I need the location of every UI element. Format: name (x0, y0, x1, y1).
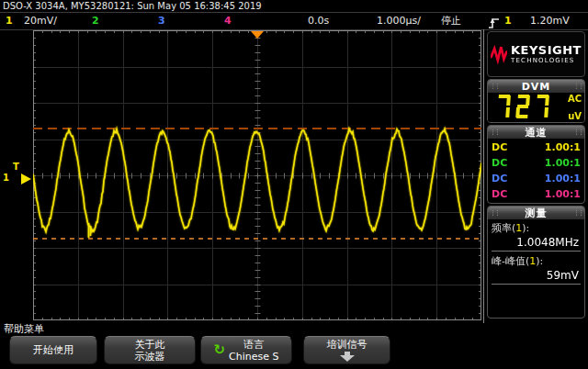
grip-icon: ⋮⋮ (490, 84, 499, 90)
measurement-value: 1.0048MHz (492, 235, 581, 252)
menu-title: 帮助菜单 (4, 322, 44, 336)
probe-ratio: 1.00:1 (545, 140, 581, 155)
time-offset: 0.0s (308, 13, 329, 29)
brand-sub: TECHNOLOGIES (511, 57, 582, 64)
measurement-label: 峰-峰值(1): (492, 254, 581, 268)
channel-1-ground-marker[interactable] (21, 173, 31, 184)
channel-1-indicator[interactable]: 1 (6, 13, 13, 29)
acquisition-status: 停止 (441, 13, 461, 29)
coupling-label: DC (492, 186, 507, 202)
channels-panel[interactable]: ⋮⋮ 通道 ⋮⋮ DC 1.00:1 DC 1.00:1 DC 1.00:1 D… (487, 125, 585, 204)
channels-panel-header[interactable]: ⋮⋮ 通道 ⋮⋮ (488, 126, 584, 139)
language-button[interactable]: ↻ 语言Chinese S (200, 336, 292, 364)
trigger-level[interactable]: 1.20mV (530, 13, 570, 29)
scope-trace-canvas (33, 30, 481, 320)
trigger-source: 1 (504, 13, 512, 29)
cycle-arrow-icon: ↻ (213, 344, 225, 356)
measurement-list: 频率(1): 1.0048MHz 峰-峰值(1): 59mV (488, 219, 584, 318)
probe-ratio: 1.00:1 (545, 171, 581, 186)
coupling-label: DC (492, 155, 507, 171)
timebase[interactable]: 1.000µs/ (377, 13, 421, 29)
channel-row[interactable]: DC 1.00:1 (492, 186, 581, 202)
channel-row[interactable]: DC 1.00:1 (492, 140, 581, 155)
grip-icon: ⋮⋮ (573, 129, 582, 136)
trigger-position-marker[interactable] (251, 31, 264, 39)
dvm-panel[interactable]: ⋮⋮ DVM ⋮⋮ AC uV (487, 79, 585, 123)
grip-icon: ⋮⋮ (490, 210, 499, 217)
measure-panel-title: 测量 (499, 207, 573, 220)
dvm-unit: uV (568, 111, 582, 121)
channel-3-indicator[interactable]: 3 (158, 13, 165, 29)
dvm-seven-segment-display (496, 95, 555, 120)
waveform-display[interactable] (33, 30, 481, 320)
measurement-label: 频率(1): (492, 221, 581, 235)
channel-1-ground-label: 1 (3, 173, 9, 183)
status-bar: 1 20mV/ 2 3 4 0.0s 1.000µs/ 停止 1 1.20mV (0, 13, 588, 30)
channels-panel-title: 通道 (499, 126, 573, 140)
keysight-spark-icon (491, 39, 507, 70)
dvm-panel-title: DVM (499, 81, 573, 93)
channel-2-indicator[interactable]: 2 (92, 13, 99, 29)
channel-4-indicator[interactable]: 4 (224, 13, 232, 29)
brand-logo: KEYSIGHT TECHNOLOGIES (487, 31, 585, 77)
trigger-level-marker[interactable]: T (13, 162, 19, 172)
about-oscilloscope-button[interactable]: 关于此示波器 (104, 336, 196, 364)
grip-icon: ⋮⋮ (573, 84, 582, 90)
coupling-label: DC (492, 140, 507, 155)
brand-name: KEYSIGHT (511, 44, 582, 57)
title-bar: DSO-X 3034A, MY53280121: Sun May 05 16:3… (0, 0, 588, 13)
channel-rows: DC 1.00:1 DC 1.00:1 DC 1.00:1 DC 1.00:1 (488, 139, 584, 203)
measurement-value: 59mV (492, 268, 581, 285)
measure-panel-header[interactable]: ⋮⋮ 测量 ⋮⋮ (488, 207, 584, 219)
probe-ratio: 1.00:1 (545, 155, 581, 171)
dvm-panel-header[interactable]: ⋮⋮ DVM ⋮⋮ (488, 80, 584, 93)
channel-1-scale[interactable]: 20mV/ (24, 13, 57, 29)
channel-row[interactable]: DC 1.00:1 (492, 155, 581, 171)
getting-started-button[interactable]: 开始使用 (9, 336, 97, 364)
measure-panel[interactable]: ⋮⋮ 测量 ⋮⋮ 频率(1): 1.0048MHz 峰-峰值(1): 59mV (487, 206, 585, 319)
sidebar: KEYSIGHT TECHNOLOGIES ⋮⋮ DVM ⋮⋮ AC uV ⋮⋮… (483, 29, 588, 323)
coupling-label: DC (492, 171, 507, 186)
dvm-readout: AC uV (488, 93, 584, 122)
training-signals-button[interactable]: 培训信号 (303, 336, 390, 364)
probe-ratio: 1.00:1 (545, 186, 581, 202)
grip-icon: ⋮⋮ (573, 210, 582, 217)
dvm-mode: AC (568, 94, 582, 104)
channel-row[interactable]: DC 1.00:1 (492, 171, 581, 186)
grip-icon: ⋮⋮ (490, 129, 499, 136)
